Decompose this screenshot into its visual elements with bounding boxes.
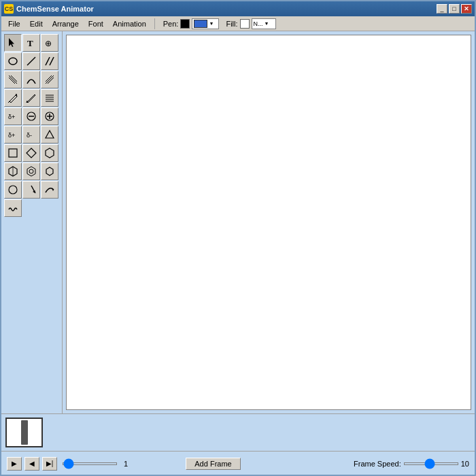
- controls-bar: ▶ ◀ ▶| 1 Add Frame Frame Speed: 10: [1, 452, 475, 475]
- pen-label: Pen:: [163, 20, 179, 28]
- slash-tool[interactable]: [41, 52, 58, 70]
- svg-text:δ-: δ-: [27, 132, 32, 139]
- svg-point-35: [9, 186, 17, 194]
- play-button[interactable]: ▶: [7, 457, 22, 471]
- circle-tool[interactable]: [4, 181, 22, 199]
- svg-line-10: [46, 75, 54, 84]
- frames-strip: [1, 414, 475, 452]
- delta-minus-tool[interactable]: δ-: [22, 126, 40, 143]
- menu-arrange[interactable]: Arrange: [48, 19, 83, 29]
- back-button[interactable]: ◀: [24, 457, 39, 471]
- app-icon: CS: [4, 4, 14, 14]
- svg-text:⊕: ⊕: [45, 39, 52, 48]
- titlebar: CS ChemSense Animator _ □ ✕: [1, 1, 475, 16]
- svg-line-5: [46, 57, 50, 65]
- toolbar-separator: [154, 18, 155, 29]
- hexagon3-tool[interactable]: [41, 163, 58, 180]
- main-area: T ⊕: [1, 31, 475, 413]
- drawing-canvas[interactable]: [66, 35, 471, 410]
- diamond-tool[interactable]: [22, 144, 40, 162]
- minus-circle-tool[interactable]: [22, 107, 40, 125]
- frame-thumbnail[interactable]: [5, 418, 43, 447]
- fill-label: Fill:: [226, 20, 237, 28]
- svg-marker-26: [46, 131, 54, 138]
- fill-dropdown-arrow: ▼: [265, 21, 269, 26]
- frame-number: 1: [124, 460, 128, 468]
- square-tool[interactable]: [4, 144, 22, 162]
- plus-circle-tool[interactable]: [41, 107, 58, 125]
- svg-marker-29: [46, 148, 54, 158]
- pen-tool[interactable]: [4, 89, 22, 107]
- hexagon2-tool[interactable]: [22, 163, 40, 180]
- svg-marker-32: [27, 167, 35, 176]
- squiggle-tool[interactable]: [4, 199, 22, 217]
- triangle-tool[interactable]: [41, 126, 58, 143]
- hexagon-tool[interactable]: [41, 144, 58, 162]
- pen-dropdown-arrow: ▼: [209, 21, 214, 26]
- toolbox: T ⊕: [1, 31, 63, 413]
- titlebar-left: CS ChemSense Animator: [4, 4, 94, 14]
- bottom-area: ▶ ◀ ▶| 1 Add Frame Frame Speed: 10: [1, 413, 475, 475]
- pen-color-box: [194, 20, 207, 28]
- svg-point-33: [29, 169, 33, 173]
- fill-value: N...: [254, 20, 263, 27]
- pen-black-swatch[interactable]: [180, 19, 190, 29]
- svg-marker-28: [27, 148, 36, 158]
- speed-slider[interactable]: [404, 462, 458, 465]
- menu-animation[interactable]: Animation: [109, 19, 150, 29]
- frame-slider[interactable]: [63, 462, 117, 465]
- svg-line-7: [9, 75, 17, 84]
- delta-plus-tool[interactable]: δ+: [4, 126, 22, 143]
- svg-point-3: [9, 58, 17, 65]
- svg-marker-34: [46, 167, 53, 175]
- menu-font[interactable]: Font: [84, 19, 107, 29]
- fill-select[interactable]: N... ▼: [252, 18, 276, 29]
- canvas-area[interactable]: [63, 31, 475, 413]
- pencil-tool[interactable]: [22, 89, 40, 107]
- arrow-down-tool[interactable]: [22, 181, 40, 199]
- svg-line-13: [8, 101, 10, 103]
- window-controls: _ □ ✕: [437, 4, 472, 14]
- speed-value: 10: [461, 460, 469, 468]
- speed-label: Frame Speed:: [354, 460, 401, 468]
- close-button[interactable]: ✕: [461, 4, 472, 14]
- pen-area: Pen: ▼: [163, 18, 220, 29]
- hatch2-tool[interactable]: [41, 71, 58, 88]
- hatch3-tool[interactable]: [41, 89, 58, 107]
- tool-grid: T ⊕: [3, 33, 61, 218]
- text-tool[interactable]: T: [22, 34, 40, 52]
- fill-area: Fill: N... ▼: [226, 18, 275, 29]
- atom-minus-tool[interactable]: δ+: [4, 107, 22, 125]
- svg-marker-0: [9, 38, 14, 47]
- svg-line-6: [50, 57, 54, 65]
- speed-area: Frame Speed: 10: [354, 460, 469, 468]
- curve-tool[interactable]: [22, 71, 40, 88]
- menu-file[interactable]: File: [4, 19, 24, 29]
- svg-text:δ+: δ+: [8, 114, 15, 120]
- forward-button[interactable]: ▶|: [42, 457, 57, 471]
- frame-thumb-inner: [21, 420, 28, 445]
- svg-text:T: T: [27, 38, 33, 48]
- hand-tool[interactable]: ⊕: [41, 34, 58, 52]
- menu-edit[interactable]: Edit: [26, 19, 47, 29]
- ellipse-tool[interactable]: [4, 52, 22, 70]
- window-title: ChemSense Animator: [16, 5, 94, 13]
- curve-arrow-tool[interactable]: [41, 181, 58, 199]
- minimize-button[interactable]: _: [437, 4, 447, 14]
- add-frame-button[interactable]: Add Frame: [186, 458, 240, 470]
- maximize-button[interactable]: □: [449, 4, 460, 14]
- fill-swatch[interactable]: [240, 19, 250, 29]
- select-tool[interactable]: [4, 34, 22, 52]
- hex-outline-tool[interactable]: [4, 163, 22, 180]
- line-tool[interactable]: [22, 52, 40, 70]
- menubar: File Edit Arrange Font Animation Pen: ▼ …: [1, 16, 475, 31]
- hatch-tool[interactable]: [4, 71, 22, 88]
- svg-text:δ+: δ+: [8, 132, 15, 139]
- pen-color-select[interactable]: ▼: [192, 18, 219, 29]
- svg-rect-27: [9, 149, 17, 157]
- app-window: CS ChemSense Animator _ □ ✕ File Edit Ar…: [0, 0, 476, 476]
- svg-line-4: [27, 57, 35, 65]
